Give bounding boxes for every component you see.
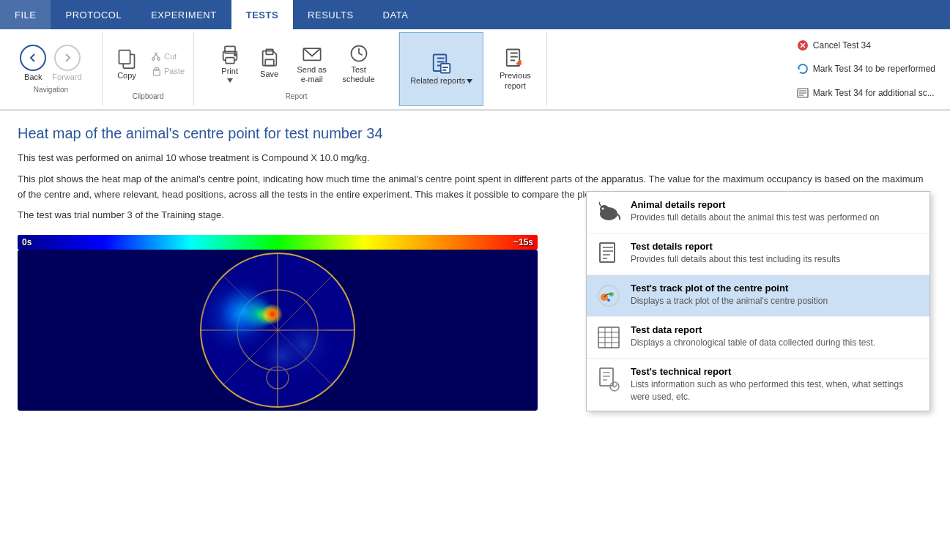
track-plot-title: Test's track plot of the centre point	[631, 283, 921, 294]
scale-min-label: 0s	[22, 237, 31, 247]
test-schedule-button[interactable]: Test schedule	[337, 38, 381, 89]
send-email-button[interactable]: Send as e-mail	[292, 38, 333, 89]
animal-details-icon	[595, 199, 622, 225]
svg-point-41	[607, 299, 610, 302]
tab-data[interactable]: DATA	[368, 0, 423, 29]
report-title: Heat map of the animal's centre point fo…	[18, 125, 932, 142]
report-para1: This test was performed on animal 10 who…	[18, 151, 932, 166]
svg-point-33	[256, 330, 307, 381]
dropdown-item-track-plot[interactable]: Test's track plot of the centre point Di…	[587, 275, 929, 317]
dropdown-item-technical[interactable]: Test's technical report Lists informatio…	[587, 359, 929, 411]
svg-point-2	[152, 58, 155, 61]
svg-rect-10	[266, 50, 272, 55]
test-details-title: Test details report	[631, 241, 921, 252]
previous-report-group: Previous report	[483, 32, 547, 106]
copy-button[interactable]: Copy	[108, 38, 145, 89]
technical-icon	[595, 366, 622, 392]
color-scale-wrapper: 0s ~15s	[18, 235, 538, 250]
animal-details-title: Animal details report	[631, 199, 921, 210]
previous-report-button[interactable]: Previous report	[489, 44, 541, 95]
svg-rect-8	[226, 58, 234, 64]
forward-button[interactable]: Forward	[52, 45, 81, 81]
reperform-test-button[interactable]: Mark Test 34 to be reperformed	[790, 59, 943, 79]
tab-file[interactable]: FILE	[0, 0, 51, 29]
test-details-desc: Provides full details about this test in…	[631, 253, 921, 266]
additional-test-button[interactable]: Mark Test 34 for additional sc...	[790, 83, 943, 103]
dropdown-menu: Animal details report Provides full deta…	[586, 191, 930, 411]
dropdown-item-test-data[interactable]: Test data report Displays a chronologica…	[587, 317, 929, 359]
svg-point-9	[234, 54, 235, 56]
tab-tests[interactable]: TESTS	[231, 0, 293, 29]
svg-rect-1	[119, 51, 130, 64]
dropdown-item-animal-details[interactable]: Animal details report Provides full deta…	[587, 192, 929, 234]
ribbon: FILE PROTOCOL EXPERIMENT TESTS RESULTS D…	[0, 0, 950, 111]
dropdown-item-test-details[interactable]: Test details report Provides full detail…	[587, 234, 929, 275]
test-details-icon	[595, 241, 622, 267]
svg-point-3	[157, 58, 160, 61]
toolbar: Back Forward Navigation	[0, 29, 950, 110]
report-group: Print Save	[194, 32, 399, 106]
svg-point-30	[262, 304, 283, 324]
cancel-test-button[interactable]: Cancel Test 34	[790, 35, 943, 56]
cut-button[interactable]: Cut	[148, 50, 188, 63]
track-plot-icon	[595, 283, 622, 309]
tab-experiment[interactable]: EXPERIMENT	[136, 0, 231, 29]
test-data-icon	[595, 324, 622, 351]
paste-button[interactable]: Paste	[148, 64, 188, 78]
heatmap-container	[18, 250, 538, 411]
svg-rect-6	[225, 47, 235, 53]
animal-details-desc: Provides full details about the animal t…	[631, 212, 921, 224]
related-reports-group: Related reports	[399, 32, 483, 106]
main-content: Heat map of the animal's centre point fo…	[0, 111, 950, 560]
tab-protocol[interactable]: PROTOCOL	[51, 0, 136, 29]
scale-max-label: ~15s	[513, 237, 533, 247]
svg-rect-5	[155, 68, 158, 71]
test-data-desc: Displays a chronological table of data c…	[631, 337, 921, 349]
svg-rect-37	[600, 243, 615, 262]
test-data-title: Test data report	[631, 324, 921, 335]
tab-bar: FILE PROTOCOL EXPERIMENT TESTS RESULTS D…	[0, 0, 950, 29]
print-button[interactable]: Print	[212, 38, 248, 89]
back-button[interactable]: Back	[20, 45, 46, 81]
svg-point-36	[602, 208, 604, 210]
svg-rect-15	[441, 64, 450, 73]
clipboard-group: Copy Cut	[103, 32, 194, 106]
navigation-group: Back Forward Navigation	[0, 32, 103, 106]
track-plot-desc: Displays a track plot of the animal's ce…	[631, 295, 921, 307]
related-reports-button[interactable]: Related reports	[406, 44, 477, 95]
save-button[interactable]: Save	[252, 38, 287, 89]
svg-rect-11	[265, 60, 274, 66]
technical-desc: Lists information such as who performed …	[631, 378, 921, 403]
tab-results[interactable]: RESULTS	[293, 0, 368, 29]
technical-title: Test's technical report	[631, 366, 921, 377]
color-scale-bar: 0s ~15s	[18, 235, 538, 250]
toolbar-actions: Cancel Test 34 Mark Test 34 to be reperf…	[782, 32, 950, 106]
